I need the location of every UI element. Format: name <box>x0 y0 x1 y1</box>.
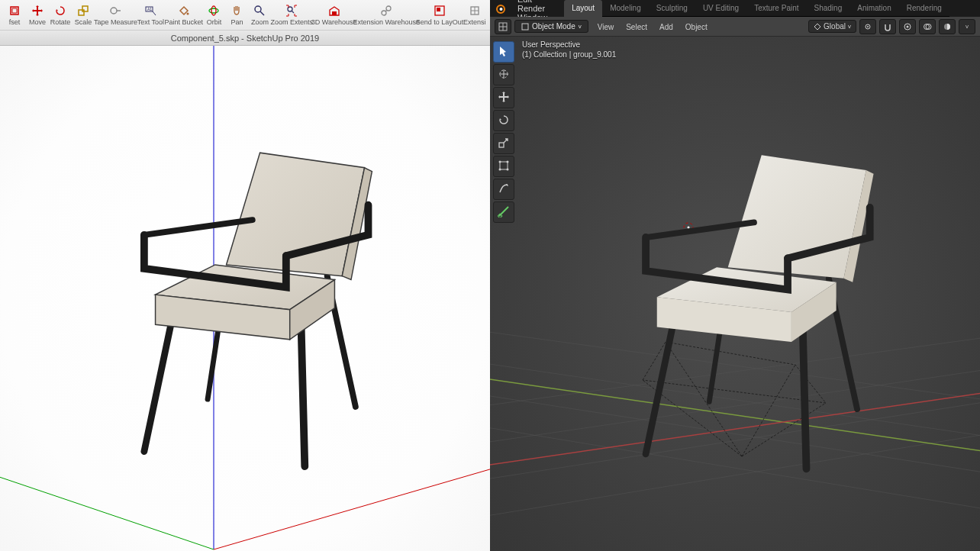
bl-tool-select-box[interactable] <box>493 41 514 63</box>
su-tool-label: Extension Warehouse <box>353 18 420 26</box>
bl-tool-scale[interactable] <box>493 133 514 154</box>
bl-tab-modeling[interactable]: Modeling <box>602 0 649 17</box>
bl-tool-measure[interactable] <box>493 201 514 223</box>
su-tool-label: Scale <box>75 18 92 26</box>
su-tool-zoom-extents[interactable]: Zoom Extents <box>271 0 312 30</box>
viewport-overlay-text: User Perspective (1) Collection | group_… <box>522 40 616 60</box>
blender-pane: FileEditRenderWindowHelp LayoutModelingS… <box>490 0 980 551</box>
offset-icon <box>8 4 21 18</box>
su-tool-label: Rotate <box>50 18 71 26</box>
su-tool-tape[interactable]: Tape Measure <box>95 0 137 30</box>
blender-chair-model <box>601 125 891 476</box>
bl-tool-transform[interactable] <box>493 156 514 177</box>
text-icon: A1 <box>143 4 157 18</box>
su-tool-label: Extensi <box>463 18 486 26</box>
su-tool-pan[interactable]: Pan <box>225 0 248 30</box>
svg-rect-33 <box>500 162 508 169</box>
measure-icon <box>498 205 510 219</box>
rotate-icon <box>53 4 67 18</box>
bl-tab-rendering[interactable]: Rendering <box>899 0 949 17</box>
ext-warehouse-icon <box>379 4 393 18</box>
bl-header-menu-add[interactable]: Add <box>653 21 679 33</box>
su-tool-zoom[interactable]: Zoom <box>248 0 271 30</box>
blender-3dview-header: Object Mode v ViewSelectAddObject Global… <box>490 17 980 37</box>
su-tool-move[interactable]: Move <box>26 0 49 30</box>
chair-leg-front-left <box>144 310 174 452</box>
blender-viewport[interactable]: User Perspective (1) Collection | group_… <box>490 37 980 551</box>
bl-tab-uv-editing[interactable]: UV Editing <box>695 0 746 17</box>
svg-point-8 <box>255 6 261 12</box>
blender-tool-shelf <box>493 41 516 223</box>
warehouse-icon <box>327 4 341 18</box>
chevron-down-icon: v <box>579 23 582 30</box>
sketchup-viewport[interactable] <box>0 46 490 551</box>
svg-point-34 <box>499 161 501 163</box>
su-tool-extensions[interactable]: Extensi <box>463 0 487 30</box>
bl-header-menu-view[interactable]: View <box>592 21 621 33</box>
transform-icon <box>498 160 510 173</box>
bl-tool-cursor[interactable] <box>493 64 514 85</box>
snap-toggle-icon[interactable] <box>879 19 896 34</box>
blender-menubar: FileEditRenderWindowHelp LayoutModelingS… <box>490 0 980 17</box>
su-tool-label: Send to LayOut <box>416 18 464 26</box>
svg-point-36 <box>499 169 501 171</box>
su-tool-label: Zoom Extents <box>271 18 314 26</box>
su-tool-label: fset <box>9 18 21 26</box>
su-tool-label: Text Tool <box>137 18 164 26</box>
svg-rect-32 <box>499 143 504 147</box>
bl-tab-animation[interactable]: Animation <box>849 0 898 17</box>
bl-tool-annotate[interactable] <box>493 179 514 200</box>
svg-point-2 <box>111 8 117 14</box>
select-box-icon <box>498 45 510 59</box>
su-tool-rotate[interactable]: Rotate <box>49 0 72 30</box>
su-tool-label: Zoom <box>251 18 269 26</box>
su-tool-bucket[interactable]: Paint Bucket <box>165 0 203 30</box>
su-tool-layout[interactable]: Send to LayOut <box>417 0 462 30</box>
shading-dropdown-icon[interactable]: v <box>959 19 975 34</box>
su-tool-label: Pan <box>230 18 243 26</box>
su-tool-ext-warehouse[interactable]: Extension Warehouse <box>356 0 417 30</box>
orientation-label: Global <box>824 22 846 31</box>
svg-rect-0 <box>79 10 84 15</box>
move-icon <box>498 91 510 105</box>
bl-menu-render[interactable]: Render <box>511 4 553 13</box>
su-tool-text[interactable]: A1Text Tool <box>137 0 165 30</box>
blender-workspace-tabs: LayoutModelingSculptingUV EditingTexture… <box>564 0 949 17</box>
svg-point-35 <box>507 161 509 163</box>
mode-dropdown[interactable]: Object Mode v <box>514 20 588 33</box>
su-tool-warehouse[interactable]: 3D Warehouse <box>312 0 356 30</box>
su-tool-label: Move <box>29 18 46 26</box>
bl-tab-layout[interactable]: Layout <box>564 0 602 17</box>
bl-tool-rotate[interactable] <box>493 110 514 131</box>
orientation-icon <box>814 23 821 31</box>
overlay-perspective: User Perspective <box>522 40 616 50</box>
svg-rect-21 <box>522 24 528 30</box>
shading-toggle-icon[interactable] <box>939 19 956 34</box>
bl-tab-texture-paint[interactable]: Texture Paint <box>746 0 806 17</box>
sketchup-chair-model <box>100 123 390 474</box>
bl-header-menu-object[interactable]: Object <box>679 21 714 33</box>
orientation-dropdown[interactable]: Global v <box>808 20 856 33</box>
object-mode-icon <box>521 23 529 31</box>
su-tool-offset[interactable]: fset <box>3 0 26 30</box>
su-tool-orbit[interactable]: Orbit <box>202 0 225 30</box>
cursor-icon <box>498 68 510 82</box>
su-tool-label: Orbit <box>207 18 222 26</box>
pivot-dropdown-icon[interactable] <box>859 19 876 34</box>
chair-back-front <box>227 153 365 276</box>
bl-tab-sculpting[interactable]: Sculpting <box>649 0 695 17</box>
proportional-edit-icon[interactable] <box>899 19 916 34</box>
editor-type-icon[interactable] <box>495 19 511 34</box>
zoom-icon <box>253 4 266 18</box>
extensions-icon <box>468 4 482 18</box>
bl-header-menu-select[interactable]: Select <box>620 21 653 33</box>
su-tool-label: Tape Measure <box>94 18 137 26</box>
bl-tool-move[interactable] <box>493 87 514 108</box>
overlays-toggle-icon[interactable] <box>919 19 936 34</box>
bucket-icon <box>177 4 191 18</box>
bl-tab-shading[interactable]: Shading <box>807 0 850 17</box>
su-tool-scale[interactable]: Scale <box>72 0 95 30</box>
svg-point-7 <box>211 6 216 15</box>
svg-text:A1: A1 <box>147 7 152 11</box>
sketchup-title: Component_5.skp - SketchUp Pro 2019 <box>171 34 319 43</box>
